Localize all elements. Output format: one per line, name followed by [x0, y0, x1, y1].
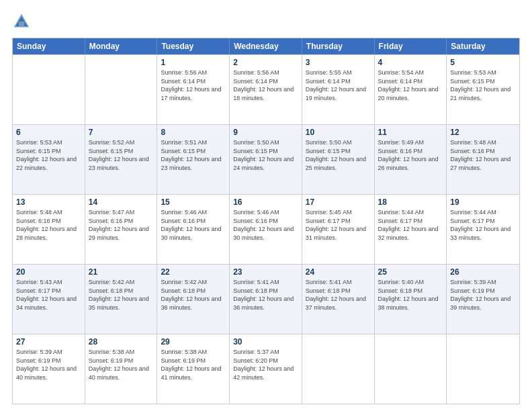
day-info: Sunrise: 5:39 AM Sunset: 6:19 PM Dayligh… [450, 278, 516, 312]
cal-cell: 1Sunrise: 5:56 AM Sunset: 6:14 PM Daylig… [157, 55, 230, 124]
header-day-friday: Friday [375, 38, 447, 54]
day-number: 9 [233, 128, 298, 137]
page: SundayMondayTuesdayWednesdayThursdayFrid… [0, 0, 532, 411]
cal-cell: 14Sunrise: 5:47 AM Sunset: 6:16 PM Dayli… [85, 195, 158, 264]
day-info: Sunrise: 5:52 AM Sunset: 6:15 PM Dayligh… [89, 138, 154, 172]
day-number: 28 [89, 337, 154, 347]
header-day-thursday: Thursday [302, 38, 375, 54]
svg-rect-2 [19, 21, 24, 26]
day-info: Sunrise: 5:49 AM Sunset: 6:16 PM Dayligh… [378, 138, 443, 172]
cal-cell: 28Sunrise: 5:38 AM Sunset: 6:19 PM Dayli… [85, 334, 158, 404]
calendar-header-row: SundayMondayTuesdayWednesdayThursdayFrid… [13, 38, 519, 54]
day-number: 5 [450, 58, 516, 67]
day-info: Sunrise: 5:43 AM Sunset: 6:17 PM Dayligh… [16, 278, 81, 312]
day-info: Sunrise: 5:53 AM Sunset: 6:15 PM Dayligh… [450, 68, 516, 102]
day-number: 3 [306, 58, 371, 67]
header-day-tuesday: Tuesday [157, 38, 230, 54]
cal-cell [302, 334, 375, 404]
cal-cell [85, 55, 158, 124]
cal-cell: 7Sunrise: 5:52 AM Sunset: 6:15 PM Daylig… [85, 125, 158, 194]
cal-cell: 29Sunrise: 5:38 AM Sunset: 6:19 PM Dayli… [157, 334, 230, 404]
day-info: Sunrise: 5:41 AM Sunset: 6:18 PM Dayligh… [306, 278, 371, 312]
cal-cell: 13Sunrise: 5:48 AM Sunset: 6:16 PM Dayli… [13, 195, 85, 264]
cal-cell: 21Sunrise: 5:42 AM Sunset: 6:18 PM Dayli… [85, 265, 158, 334]
cal-cell [447, 334, 519, 404]
day-info: Sunrise: 5:47 AM Sunset: 6:16 PM Dayligh… [89, 208, 154, 242]
day-info: Sunrise: 5:48 AM Sunset: 6:16 PM Dayligh… [16, 208, 81, 242]
calendar-body: 1Sunrise: 5:56 AM Sunset: 6:14 PM Daylig… [13, 54, 519, 404]
logo-icon [12, 12, 31, 31]
calendar-week-1: 1Sunrise: 5:56 AM Sunset: 6:14 PM Daylig… [13, 54, 519, 124]
day-info: Sunrise: 5:55 AM Sunset: 6:14 PM Dayligh… [306, 68, 371, 102]
day-info: Sunrise: 5:53 AM Sunset: 6:15 PM Dayligh… [16, 138, 81, 172]
cal-cell: 26Sunrise: 5:39 AM Sunset: 6:19 PM Dayli… [447, 265, 519, 334]
day-number: 14 [89, 197, 154, 207]
cal-cell: 20Sunrise: 5:43 AM Sunset: 6:17 PM Dayli… [13, 265, 85, 334]
day-info: Sunrise: 5:50 AM Sunset: 6:15 PM Dayligh… [233, 138, 298, 172]
cal-cell: 15Sunrise: 5:46 AM Sunset: 6:16 PM Dayli… [157, 195, 230, 264]
cal-cell: 6Sunrise: 5:53 AM Sunset: 6:15 PM Daylig… [13, 125, 85, 194]
day-number: 12 [450, 128, 516, 137]
cal-cell: 23Sunrise: 5:41 AM Sunset: 6:18 PM Dayli… [230, 265, 302, 334]
cal-cell: 24Sunrise: 5:41 AM Sunset: 6:18 PM Dayli… [302, 265, 375, 334]
day-info: Sunrise: 5:46 AM Sunset: 6:16 PM Dayligh… [161, 208, 226, 242]
cal-cell: 27Sunrise: 5:39 AM Sunset: 6:19 PM Dayli… [13, 334, 85, 404]
day-number: 1 [161, 58, 226, 67]
day-info: Sunrise: 5:44 AM Sunset: 6:17 PM Dayligh… [378, 208, 443, 242]
cal-cell: 17Sunrise: 5:45 AM Sunset: 6:17 PM Dayli… [302, 195, 375, 264]
day-info: Sunrise: 5:42 AM Sunset: 6:18 PM Dayligh… [161, 278, 226, 312]
day-info: Sunrise: 5:45 AM Sunset: 6:17 PM Dayligh… [306, 208, 371, 242]
cal-cell: 5Sunrise: 5:53 AM Sunset: 6:15 PM Daylig… [447, 55, 519, 124]
cal-cell: 3Sunrise: 5:55 AM Sunset: 6:14 PM Daylig… [302, 55, 375, 124]
day-info: Sunrise: 5:38 AM Sunset: 6:19 PM Dayligh… [161, 348, 226, 381]
day-number: 7 [89, 128, 154, 137]
calendar-week-2: 6Sunrise: 5:53 AM Sunset: 6:15 PM Daylig… [13, 124, 519, 194]
day-number: 21 [89, 267, 154, 277]
day-info: Sunrise: 5:48 AM Sunset: 6:16 PM Dayligh… [450, 138, 516, 172]
day-number: 26 [450, 267, 516, 277]
cal-cell: 8Sunrise: 5:51 AM Sunset: 6:15 PM Daylig… [157, 125, 230, 194]
day-number: 23 [233, 267, 298, 277]
cal-cell: 25Sunrise: 5:40 AM Sunset: 6:18 PM Dayli… [375, 265, 447, 334]
day-number: 4 [378, 58, 443, 67]
day-info: Sunrise: 5:44 AM Sunset: 6:17 PM Dayligh… [450, 208, 516, 242]
day-number: 18 [378, 197, 443, 207]
day-info: Sunrise: 5:42 AM Sunset: 6:18 PM Dayligh… [89, 278, 154, 312]
day-info: Sunrise: 5:56 AM Sunset: 6:14 PM Dayligh… [161, 68, 226, 102]
day-number: 11 [378, 128, 443, 137]
cal-cell: 11Sunrise: 5:49 AM Sunset: 6:16 PM Dayli… [375, 125, 447, 194]
day-number: 24 [306, 267, 371, 277]
cal-cell: 19Sunrise: 5:44 AM Sunset: 6:17 PM Dayli… [447, 195, 519, 264]
day-number: 25 [378, 267, 443, 277]
day-info: Sunrise: 5:50 AM Sunset: 6:15 PM Dayligh… [306, 138, 371, 172]
day-number: 10 [306, 128, 371, 137]
day-info: Sunrise: 5:51 AM Sunset: 6:15 PM Dayligh… [161, 138, 226, 172]
day-number: 20 [16, 267, 81, 277]
cal-cell: 16Sunrise: 5:46 AM Sunset: 6:16 PM Dayli… [230, 195, 302, 264]
cal-cell: 10Sunrise: 5:50 AM Sunset: 6:15 PM Dayli… [302, 125, 375, 194]
header-day-saturday: Saturday [447, 38, 519, 54]
calendar-week-4: 20Sunrise: 5:43 AM Sunset: 6:17 PM Dayli… [13, 264, 519, 334]
header-day-sunday: Sunday [13, 38, 85, 54]
day-number: 8 [161, 128, 226, 137]
header-day-monday: Monday [85, 38, 158, 54]
cal-cell: 18Sunrise: 5:44 AM Sunset: 6:17 PM Dayli… [375, 195, 447, 264]
cal-cell: 22Sunrise: 5:42 AM Sunset: 6:18 PM Dayli… [157, 265, 230, 334]
day-number: 13 [16, 197, 81, 207]
cal-cell [375, 334, 447, 404]
header [12, 12, 520, 31]
day-number: 17 [306, 197, 371, 207]
day-info: Sunrise: 5:39 AM Sunset: 6:19 PM Dayligh… [16, 348, 81, 381]
day-info: Sunrise: 5:37 AM Sunset: 6:20 PM Dayligh… [233, 348, 298, 381]
day-number: 16 [233, 197, 298, 207]
day-number: 15 [161, 197, 226, 207]
cal-cell: 9Sunrise: 5:50 AM Sunset: 6:15 PM Daylig… [230, 125, 302, 194]
day-info: Sunrise: 5:54 AM Sunset: 6:14 PM Dayligh… [378, 68, 443, 102]
header-day-wednesday: Wednesday [230, 38, 302, 54]
day-number: 2 [233, 58, 298, 67]
cal-cell: 2Sunrise: 5:56 AM Sunset: 6:14 PM Daylig… [230, 55, 302, 124]
day-number: 30 [233, 337, 298, 347]
day-number: 6 [16, 128, 81, 137]
day-info: Sunrise: 5:56 AM Sunset: 6:14 PM Dayligh… [233, 68, 298, 102]
day-number: 27 [16, 337, 81, 347]
